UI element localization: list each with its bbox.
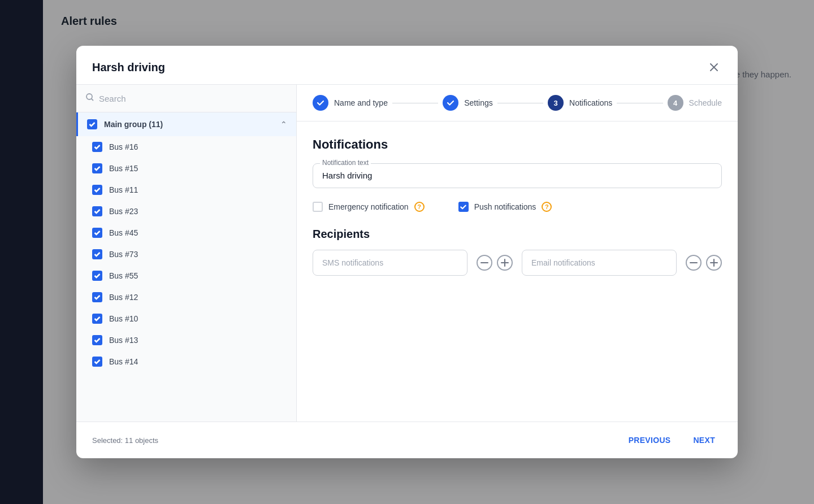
step-2-label: Settings (464, 98, 493, 107)
sms-field[interactable]: SMS notifications (313, 250, 467, 276)
list-item[interactable]: Bus #15 (76, 158, 296, 179)
emergency-checkbox[interactable] (313, 202, 323, 212)
modal-footer: Selected: 11 objects PREVIOUS NEXT (76, 422, 738, 458)
step-1-label: Name and type (334, 98, 388, 107)
list-item[interactable]: Bus #13 (76, 329, 296, 351)
search-box (76, 85, 296, 112)
step-4-number: 4 (673, 99, 677, 107)
item-label: Bus #23 (109, 207, 287, 216)
group-item-main[interactable]: Main group (11) ⌃ (76, 112, 296, 136)
item-label: Bus #15 (109, 164, 287, 173)
push-label: Push notifications (474, 202, 536, 211)
modal-header: Harsh driving (76, 46, 738, 85)
email-field[interactable]: Email notifications (522, 250, 677, 276)
next-button[interactable]: NEXT (686, 431, 722, 449)
step-3-number: 3 (553, 99, 557, 107)
item-checkbox[interactable] (92, 249, 102, 259)
item-label: Bus #14 (109, 357, 287, 366)
emergency-notification-option: Emergency notification ? (313, 202, 425, 212)
item-checkbox[interactable] (92, 185, 102, 195)
recipients-row: SMS notifications Email notifications (313, 250, 722, 276)
step-1-circle (313, 95, 328, 111)
list-item[interactable]: Bus #73 (76, 244, 296, 265)
email-controls (686, 255, 722, 271)
list-item[interactable]: Bus #45 (76, 222, 296, 244)
modal-backdrop: Harsh driving (0, 0, 814, 504)
sms-add-button[interactable] (497, 255, 513, 271)
item-checkbox[interactable] (92, 271, 102, 281)
modal: Harsh driving (76, 46, 738, 458)
sms-remove-button[interactable] (477, 255, 492, 271)
list-item[interactable]: Bus #12 (76, 286, 296, 308)
modal-body: Main group (11) ⌃ Bus #16 (76, 85, 738, 422)
step-4: 4 Schedule (668, 95, 722, 111)
step-connector-2 (497, 103, 543, 103)
field-legend: Notification text (320, 159, 371, 167)
item-label: Bus #13 (109, 336, 287, 345)
step-connector-3 (617, 103, 663, 103)
item-label: Bus #16 (109, 142, 287, 151)
emergency-help-icon[interactable]: ? (414, 202, 425, 212)
close-button[interactable] (706, 59, 722, 75)
item-checkbox[interactable] (92, 357, 102, 367)
push-checkbox[interactable] (458, 202, 469, 212)
step-3-label: Notifications (569, 98, 612, 107)
footer-actions: PREVIOUS NEXT (622, 431, 722, 449)
steps-bar: Name and type Settings (297, 85, 738, 121)
list-item[interactable]: Bus #11 (76, 179, 296, 201)
chevron-up-icon[interactable]: ⌃ (280, 120, 287, 129)
list-item[interactable]: Bus #55 (76, 265, 296, 286)
step-4-label: Schedule (689, 98, 722, 107)
push-notifications-option: Push notifications ? (458, 202, 552, 212)
step-3-circle: 3 (548, 95, 564, 111)
step-2: Settings (443, 95, 493, 111)
search-input[interactable] (99, 94, 287, 103)
options-row: Emergency notification ? Push notificati… (313, 202, 722, 212)
item-checkbox[interactable] (92, 228, 102, 238)
main-content: Notifications Notification text Harsh dr… (297, 121, 738, 422)
item-checkbox[interactable] (92, 335, 102, 345)
item-checkbox[interactable] (92, 206, 102, 216)
item-checkbox[interactable] (92, 292, 102, 302)
recipients-title: Recipients (313, 228, 722, 241)
notification-text-value: Harsh driving (322, 171, 372, 180)
step-3: 3 Notifications (548, 95, 612, 111)
vehicle-list: Main group (11) ⌃ Bus #16 (76, 112, 296, 422)
group-label: Main group (11) (104, 120, 280, 129)
push-help-icon[interactable]: ? (542, 202, 552, 212)
item-label: Bus #12 (109, 293, 287, 302)
step-1: Name and type (313, 95, 388, 111)
list-item[interactable]: Bus #23 (76, 201, 296, 222)
item-label: Bus #45 (109, 228, 287, 237)
item-label: Bus #11 (109, 185, 287, 194)
item-label: Bus #73 (109, 250, 287, 259)
list-item[interactable]: Bus #14 (76, 351, 296, 372)
group-checkbox[interactable] (87, 119, 97, 129)
modal-title: Harsh driving (92, 61, 165, 74)
email-remove-button[interactable] (686, 255, 702, 271)
svg-line-3 (92, 99, 94, 101)
step-4-circle: 4 (668, 95, 683, 111)
email-add-button[interactable] (706, 255, 722, 271)
emergency-label: Emergency notification (328, 202, 409, 211)
left-panel: Main group (11) ⌃ Bus #16 (76, 85, 297, 422)
list-item[interactable]: Bus #10 (76, 308, 296, 329)
step-2-circle (443, 95, 458, 111)
sms-controls (477, 255, 513, 271)
item-label: Bus #10 (109, 314, 287, 323)
notification-text-field[interactable]: Notification text Harsh driving (313, 163, 722, 188)
previous-button[interactable]: PREVIOUS (622, 431, 678, 449)
notifications-title: Notifications (313, 137, 722, 152)
item-checkbox[interactable] (92, 142, 102, 152)
step-connector-1 (392, 103, 438, 103)
right-panel: Name and type Settings (297, 85, 738, 422)
list-item[interactable]: Bus #16 (76, 136, 296, 158)
item-label: Bus #55 (109, 271, 287, 280)
item-checkbox[interactable] (92, 314, 102, 324)
search-icon (85, 93, 94, 104)
item-checkbox[interactable] (92, 163, 102, 173)
selected-count: Selected: 11 objects (92, 436, 158, 445)
